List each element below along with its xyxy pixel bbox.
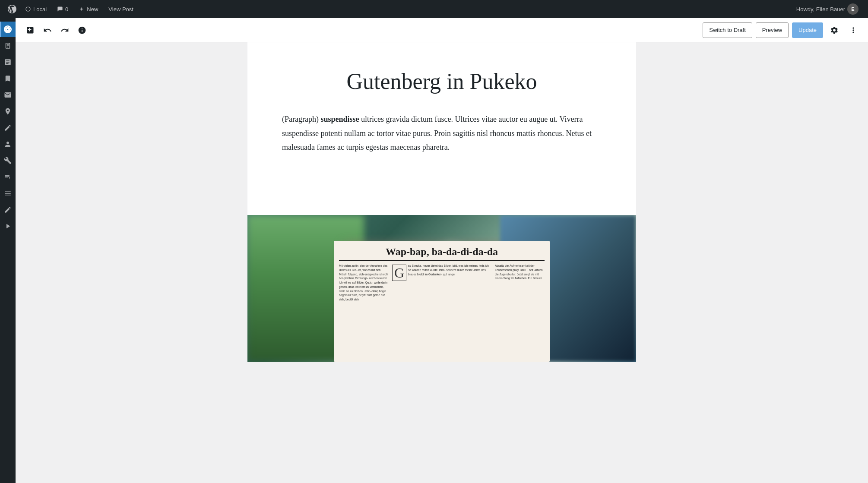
editor-inner: Gutenberg in Pukeko (Paragraph) suspendi… xyxy=(247,42,636,362)
newspaper-col3-text: Abseits der Aufmerksamkeit der Erwachsen… xyxy=(495,264,545,281)
newspaper-headline: Wap-bap, ba-da-di-da-da xyxy=(339,246,545,261)
new-label: New xyxy=(87,6,98,13)
comment-count: 0 xyxy=(65,6,68,13)
sidebar-item-blocks[interactable] xyxy=(0,38,16,54)
local-label: Local xyxy=(33,6,47,13)
sidebar-item-bookmark[interactable] xyxy=(0,71,16,86)
newspaper-col-3: Abseits der Aufmerksamkeit der Erwachsen… xyxy=(495,264,545,357)
add-block-button[interactable] xyxy=(22,22,38,38)
newspaper-columns: Mit vielen zu fin- den der Annahme des B… xyxy=(339,264,545,357)
redo-button[interactable] xyxy=(57,22,73,38)
view-post-label: View Post xyxy=(108,6,133,13)
toolbar-right: Switch to Draft Preview Update xyxy=(703,22,861,38)
sidebar-item-user[interactable] xyxy=(0,136,16,152)
adminbar-new[interactable]: New xyxy=(74,0,102,18)
post-title[interactable]: Gutenberg in Pukeko xyxy=(282,68,602,95)
undo-button[interactable] xyxy=(40,22,55,38)
adminbar-user[interactable]: Howdy, Ellen Bauer E xyxy=(792,0,863,18)
update-button[interactable]: Update xyxy=(792,22,823,38)
sidebar xyxy=(0,18,16,483)
user-greeting: Howdy, Ellen Bauer xyxy=(796,6,845,13)
newspaper-col-1: Mit vielen zu fin- den der Annahme des B… xyxy=(339,264,389,357)
settings-button[interactable] xyxy=(827,22,842,38)
avatar: E xyxy=(847,3,858,15)
adminbar-local[interactable]: Local xyxy=(21,0,51,18)
sidebar-item-pencil[interactable] xyxy=(0,202,16,218)
editor-toolbar: Switch to Draft Preview Update xyxy=(16,18,868,42)
newspaper-col1-text: Mit vielen zu fin- den der Annahme des B… xyxy=(339,264,389,302)
sidebar-item-edit[interactable] xyxy=(0,120,16,136)
switch-to-draft-button[interactable]: Switch to Draft xyxy=(703,22,752,38)
info-button[interactable] xyxy=(74,22,90,38)
main-layout: Switch to Draft Preview Update Gutenberg… xyxy=(0,0,868,483)
newspaper: Wap-bap, ba-da-di-da-da Mit vielen zu fi… xyxy=(334,241,550,362)
newspaper-dropcap: G xyxy=(392,265,406,281)
admin-bar: Local 0 New View Post Howdy, Ellen Bauer… xyxy=(0,0,868,18)
newspaper-col-2: G ss Strecke, heuer bietet das Bilder- b… xyxy=(392,264,491,357)
sidebar-item-list[interactable] xyxy=(0,186,16,201)
paragraph-prefix: (Paragraph) xyxy=(282,115,320,123)
editor-area: Switch to Draft Preview Update Gutenberg… xyxy=(16,18,868,483)
sidebar-item-gutenberg[interactable] xyxy=(0,22,16,37)
sidebar-item-play[interactable] xyxy=(0,218,16,234)
editor-content[interactable]: Gutenberg in Pukeko (Paragraph) suspendi… xyxy=(16,42,868,483)
post-paragraph[interactable]: (Paragraph) suspendisse ultrices gravida… xyxy=(282,112,602,154)
post-content-area: Gutenberg in Pukeko (Paragraph) suspendi… xyxy=(247,42,636,215)
sidebar-item-pages[interactable] xyxy=(0,54,16,70)
more-options-button[interactable] xyxy=(846,22,861,38)
adminbar-view-post[interactable]: View Post xyxy=(104,0,138,18)
newspaper-col2-text: ss Strecke, heuer bietet das Bilder- bil… xyxy=(408,264,489,276)
sidebar-item-pin[interactable] xyxy=(0,104,16,119)
sidebar-item-mail[interactable] xyxy=(0,87,16,103)
image-block: Wap-bap, ba-da-di-da-da Mit vielen zu fi… xyxy=(247,215,636,362)
preview-button[interactable]: Preview xyxy=(756,22,789,38)
paragraph-bold: suspendisse xyxy=(320,115,359,123)
adminbar-comments[interactable]: 0 xyxy=(53,0,73,18)
adminbar-right: Howdy, Ellen Bauer E xyxy=(792,0,863,18)
sidebar-item-plugins[interactable] xyxy=(0,169,16,185)
sidebar-item-tools[interactable] xyxy=(0,153,16,168)
wp-logo[interactable] xyxy=(5,0,19,18)
